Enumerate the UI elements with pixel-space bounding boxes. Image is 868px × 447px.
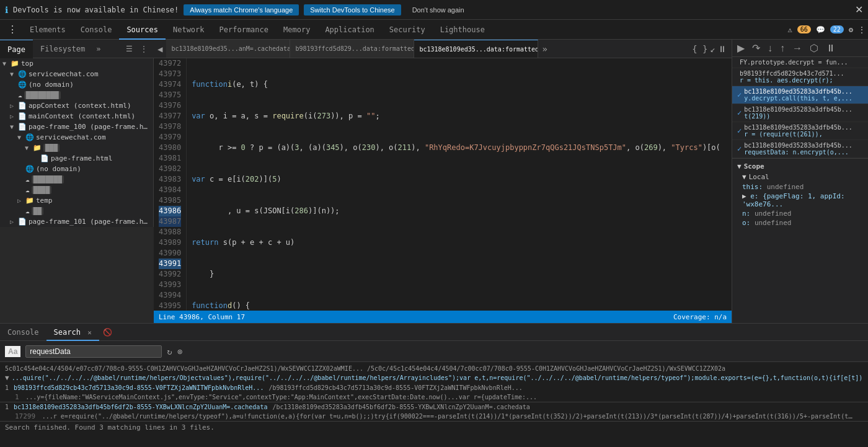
breakpoint-item-2[interactable]: b98193ffcd5d829cb43c7d571... r = this._a…	[732, 68, 868, 86]
tree-item-cloud2[interactable]: ☁ ███████	[0, 174, 153, 185]
format-icon[interactable]: { }	[692, 44, 707, 54]
match-language-button[interactable]: Always match Chrome's language	[184, 4, 299, 15]
search-result-line-1[interactable]: 1 ...y={fileName:"WAServiceMainContext.j…	[0, 392, 868, 402]
tab-console[interactable]: Console	[73, 20, 120, 40]
arrow-icon: ▼	[2, 60, 9, 67]
tree-item-cloud4[interactable]: ☁ ██	[0, 206, 153, 216]
tabs-right-icons: ⚠ 66 💬 22 ⚙ ⋮	[787, 25, 866, 34]
info-icon: ℹ	[5, 5, 8, 15]
tree-item-maincontext[interactable]: ▷ 📄 mainContext (context.html)	[0, 111, 153, 122]
sub-tab-page[interactable]: Page	[0, 40, 33, 58]
deactivate-breakpoints-button[interactable]: ⬡	[807, 41, 821, 55]
code-content[interactable]: function i(e, t) { var o, i = a, s = req…	[187, 58, 732, 311]
tab-sources[interactable]: Sources	[119, 20, 166, 40]
panel-icons: ☰ ⋮	[123, 43, 154, 55]
search-results-list: 5c01c454e04c4/4504/e07cc07/708c0-9555-C0…	[0, 362, 868, 447]
tab-network[interactable]: Network	[166, 20, 212, 40]
search-result-scrollable: 5c01c454e04c4/4504/e07cc07/708c0-9555-C0…	[0, 365, 868, 373]
scope-this: this: undefined	[737, 182, 863, 192]
search-file-item-1[interactable]: ▼ ...quire("../../../../@babel/runtime/h…	[0, 373, 868, 383]
step-button[interactable]: →	[790, 42, 805, 55]
editor-area: ◀ bc1318e8109ed35...anM=.cachedata b9819…	[154, 40, 732, 323]
tree-item-cloud3[interactable]: ☁ ████	[0, 185, 153, 195]
tab-performance[interactable]: Performance	[212, 20, 276, 40]
tab-security[interactable]: Security	[382, 20, 433, 40]
notification-text: DevTools is now available in Chinese!	[13, 6, 179, 14]
dont-show-button[interactable]: Don't show again	[406, 4, 471, 15]
search-input[interactable]	[25, 345, 162, 358]
main-tabs-bar: ⋮ Elements Console Sources Network Perfo…	[0, 20, 868, 40]
breakpoint-item-1[interactable]: FY.prototype.decrypt = fun...	[732, 57, 868, 68]
resume-button[interactable]: ▶	[735, 41, 747, 55]
case-sensitive-button[interactable]: Aa	[5, 346, 20, 357]
local-scope-header[interactable]: ▼ Local	[737, 172, 863, 182]
step-over-button[interactable]: ↷	[750, 41, 763, 55]
tree-item-pageframe-html[interactable]: 📄 page-frame.html	[0, 153, 153, 164]
bottom-tab-console[interactable]: Console	[0, 324, 46, 341]
panel-menu-icon[interactable]: ☰	[123, 43, 135, 55]
clear-button[interactable]: 🚫	[99, 328, 116, 337]
tree-item-appcontext[interactable]: ▷ 📄 appContext (context.html)	[0, 100, 153, 111]
devtools-nav-icon: ⋮	[2, 24, 22, 35]
clear-search-button[interactable]: ⊗	[177, 347, 182, 356]
breakpoint-item-4[interactable]: ✓ bc1318e8109ed35283a3dfb45b... t(219))	[732, 104, 868, 122]
search-result-line-2[interactable]: 17299 ...r e=require("../@babel/runtime/…	[0, 412, 868, 421]
code-line: var o, i = a, s = require(i(273)), p = "…	[192, 111, 727, 122]
warning-badge: 66	[797, 25, 811, 33]
tree-item-top[interactable]: ▼ 📁 top	[0, 58, 153, 69]
search-tab-close[interactable]: ✕	[87, 329, 92, 337]
breakpoint-item-3[interactable]: ✓ bc1318e8109ed35283a3dfb45b... y.decryp…	[732, 86, 868, 104]
sub-tabs-bar: Page Filesystem » ☰ ⋮	[0, 40, 154, 58]
scope-header[interactable]: ▼ Scope	[737, 161, 863, 172]
file-tab-2[interactable]: b98193ffcd5d829...data:formatted	[290, 40, 414, 58]
more-tools-icon[interactable]: ⋮	[858, 25, 866, 34]
tree-item-cloud1[interactable]: ☁ ████████	[0, 90, 153, 100]
bottom-tab-search[interactable]: Search ✕	[46, 324, 99, 341]
file-tabs-overflow[interactable]: »	[538, 44, 551, 54]
pause-icon[interactable]: ⏸	[718, 44, 727, 54]
code-editor[interactable]: 43972 43973 43974 43975 43976 43977 4397…	[154, 58, 732, 311]
code-line: return s(p + e + c + u)	[192, 237, 727, 248]
notification-close-button[interactable]: ✕	[855, 4, 863, 15]
breakpoint-item-5[interactable]: ✓ bc1318e8109ed35283a3dfb45b... r = (req…	[732, 122, 868, 140]
tree-item-folder[interactable]: ▼ 📁 ███	[0, 143, 153, 153]
step-out-button[interactable]: ↑	[777, 42, 787, 55]
tree-item-nodomain2[interactable]: 🌐 (no domain)	[0, 164, 153, 174]
right-debugger-panel: ▶ ↷ ↓ ↑ → ⬡ ⏸ FY.prototype.decrypt = fun…	[732, 40, 868, 323]
tab-application[interactable]: Application	[317, 20, 381, 40]
tab-memory[interactable]: Memory	[276, 20, 317, 40]
message-badge: 22	[830, 25, 844, 33]
scope-local: ▼ Local this: undefined ▶ e: {pageFlag: …	[737, 172, 863, 228]
tab-lighthouse[interactable]: Lighthouse	[433, 20, 492, 40]
sub-tabs-more[interactable]: »	[92, 45, 104, 53]
switch-chinese-button[interactable]: Switch DevTools to Chinese	[304, 4, 401, 15]
refresh-search-button[interactable]: ↻	[167, 347, 172, 356]
tree-item-servicewechat[interactable]: ▼ 🌐 servicewechat.com	[0, 69, 153, 79]
scope-e[interactable]: ▶ e: {pageFlag: 1, appId: 'wx8e76...	[737, 192, 863, 209]
panel-more-icon[interactable]: ⋮	[138, 43, 150, 55]
tree-item-nodomain1[interactable]: 🌐 (no domain)	[0, 79, 153, 90]
message-icon: 💬	[816, 25, 825, 34]
bottom-status: Search finished. Found 3 matching lines …	[0, 421, 868, 433]
sub-tab-filesystem[interactable]: Filesystem	[33, 40, 92, 58]
tree-item-temp[interactable]: ▷ 📁 temp	[0, 195, 153, 206]
tree-item-pageframe100[interactable]: ▼ 📄 page-frame_100 (page-frame.htm	[0, 122, 153, 132]
search-result-summary: Search finished. Found 3 matching lines …	[5, 423, 215, 432]
pause-on-exceptions-button[interactable]: ⏸	[823, 42, 838, 55]
tree-item-servicewechat2[interactable]: ▼ 🌐 servicewechat.com	[0, 132, 153, 143]
notification-bar: ℹ DevTools is now available in Chinese! …	[0, 0, 868, 20]
pretty-print-icon[interactable]: ↙	[711, 44, 715, 54]
file-tab-3[interactable]: bc1318e8109ed35...data:formatted ✕	[414, 40, 538, 58]
settings-icon[interactable]: ⚙	[849, 25, 853, 34]
format-buttons: { } ↙ ⏸	[687, 44, 732, 54]
code-line: function d() {	[192, 301, 727, 311]
step-into-button[interactable]: ↓	[765, 42, 775, 55]
scope-n: n: undefined	[737, 209, 863, 218]
tree-item-pageframe101[interactable]: ▷ 📄 page-frame_101 (page-frame.htm	[0, 216, 153, 227]
file-tab-1[interactable]: bc1318e8109ed35...anM=.cachedata	[166, 40, 290, 58]
tab-elements[interactable]: Elements	[22, 20, 73, 40]
breakpoint-item-6[interactable]: ✓ bc1318e8109ed35283a3dfb45b... requestD…	[732, 140, 868, 158]
search-result-file-3: 1 bc1318e8109ed35283a3dfb45bf6df2b-8555-…	[0, 402, 868, 412]
status-bar: Line 43986, Column 17 Coverage: n/a	[154, 311, 732, 323]
tabs-nav-left[interactable]: ◀	[154, 44, 166, 54]
